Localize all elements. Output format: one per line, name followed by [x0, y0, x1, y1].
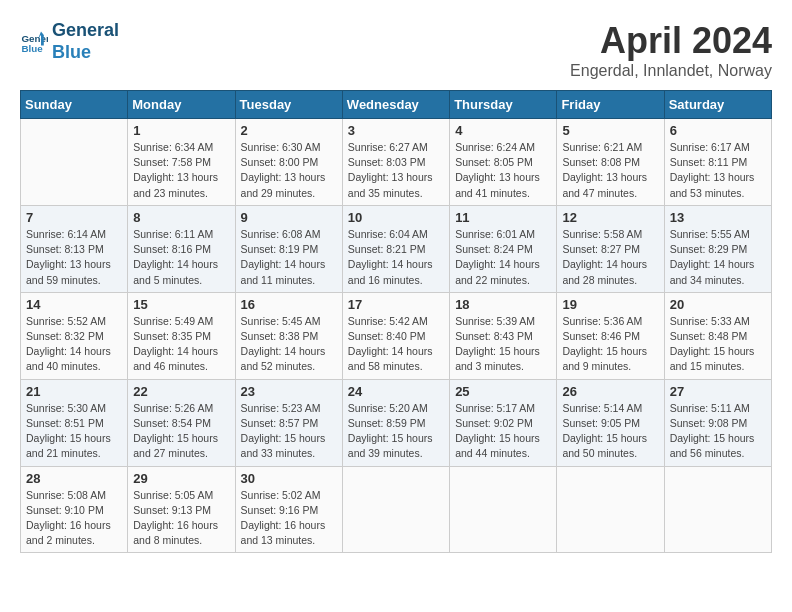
- month-title: April 2024: [570, 20, 772, 62]
- day-info: Sunrise: 5:20 AMSunset: 8:59 PMDaylight:…: [348, 401, 444, 462]
- day-info: Sunrise: 5:49 AMSunset: 8:35 PMDaylight:…: [133, 314, 229, 375]
- day-cell: 5Sunrise: 6:21 AMSunset: 8:08 PMDaylight…: [557, 119, 664, 206]
- day-cell: 13Sunrise: 5:55 AMSunset: 8:29 PMDayligh…: [664, 205, 771, 292]
- day-cell: 12Sunrise: 5:58 AMSunset: 8:27 PMDayligh…: [557, 205, 664, 292]
- day-cell: 29Sunrise: 5:05 AMSunset: 9:13 PMDayligh…: [128, 466, 235, 553]
- week-row-3: 14Sunrise: 5:52 AMSunset: 8:32 PMDayligh…: [21, 292, 772, 379]
- day-info: Sunrise: 5:26 AMSunset: 8:54 PMDaylight:…: [133, 401, 229, 462]
- logo-line1: General: [52, 20, 119, 40]
- day-info: Sunrise: 6:01 AMSunset: 8:24 PMDaylight:…: [455, 227, 551, 288]
- title-block: April 2024 Engerdal, Innlandet, Norway: [570, 20, 772, 80]
- logo-line2: Blue: [52, 42, 91, 62]
- day-number: 9: [241, 210, 337, 225]
- week-row-4: 21Sunrise: 5:30 AMSunset: 8:51 PMDayligh…: [21, 379, 772, 466]
- day-number: 26: [562, 384, 658, 399]
- weekday-header-sunday: Sunday: [21, 91, 128, 119]
- day-info: Sunrise: 6:24 AMSunset: 8:05 PMDaylight:…: [455, 140, 551, 201]
- day-cell: 23Sunrise: 5:23 AMSunset: 8:57 PMDayligh…: [235, 379, 342, 466]
- day-cell: [450, 466, 557, 553]
- day-info: Sunrise: 5:52 AMSunset: 8:32 PMDaylight:…: [26, 314, 122, 375]
- day-info: Sunrise: 5:39 AMSunset: 8:43 PMDaylight:…: [455, 314, 551, 375]
- day-info: Sunrise: 6:14 AMSunset: 8:13 PMDaylight:…: [26, 227, 122, 288]
- day-number: 28: [26, 471, 122, 486]
- day-info: Sunrise: 5:05 AMSunset: 9:13 PMDaylight:…: [133, 488, 229, 549]
- day-number: 3: [348, 123, 444, 138]
- day-number: 22: [133, 384, 229, 399]
- day-cell: 25Sunrise: 5:17 AMSunset: 9:02 PMDayligh…: [450, 379, 557, 466]
- location-subtitle: Engerdal, Innlandet, Norway: [570, 62, 772, 80]
- day-number: 14: [26, 297, 122, 312]
- day-info: Sunrise: 5:33 AMSunset: 8:48 PMDaylight:…: [670, 314, 766, 375]
- day-cell: 7Sunrise: 6:14 AMSunset: 8:13 PMDaylight…: [21, 205, 128, 292]
- day-info: Sunrise: 6:11 AMSunset: 8:16 PMDaylight:…: [133, 227, 229, 288]
- day-cell: 1Sunrise: 6:34 AMSunset: 7:58 PMDaylight…: [128, 119, 235, 206]
- day-info: Sunrise: 5:55 AMSunset: 8:29 PMDaylight:…: [670, 227, 766, 288]
- day-number: 11: [455, 210, 551, 225]
- day-number: 8: [133, 210, 229, 225]
- day-info: Sunrise: 6:08 AMSunset: 8:19 PMDaylight:…: [241, 227, 337, 288]
- logo: General Blue General Blue: [20, 20, 119, 63]
- day-cell: 16Sunrise: 5:45 AMSunset: 8:38 PMDayligh…: [235, 292, 342, 379]
- day-number: 4: [455, 123, 551, 138]
- day-number: 24: [348, 384, 444, 399]
- weekday-header-saturday: Saturday: [664, 91, 771, 119]
- week-row-5: 28Sunrise: 5:08 AMSunset: 9:10 PMDayligh…: [21, 466, 772, 553]
- day-number: 23: [241, 384, 337, 399]
- day-info: Sunrise: 5:45 AMSunset: 8:38 PMDaylight:…: [241, 314, 337, 375]
- day-number: 7: [26, 210, 122, 225]
- day-cell: 20Sunrise: 5:33 AMSunset: 8:48 PMDayligh…: [664, 292, 771, 379]
- day-cell: [342, 466, 449, 553]
- day-number: 2: [241, 123, 337, 138]
- day-cell: 15Sunrise: 5:49 AMSunset: 8:35 PMDayligh…: [128, 292, 235, 379]
- day-cell: 2Sunrise: 6:30 AMSunset: 8:00 PMDaylight…: [235, 119, 342, 206]
- day-number: 25: [455, 384, 551, 399]
- day-number: 21: [26, 384, 122, 399]
- day-info: Sunrise: 5:11 AMSunset: 9:08 PMDaylight:…: [670, 401, 766, 462]
- day-info: Sunrise: 5:08 AMSunset: 9:10 PMDaylight:…: [26, 488, 122, 549]
- day-cell: 26Sunrise: 5:14 AMSunset: 9:05 PMDayligh…: [557, 379, 664, 466]
- day-cell: 17Sunrise: 5:42 AMSunset: 8:40 PMDayligh…: [342, 292, 449, 379]
- day-info: Sunrise: 5:23 AMSunset: 8:57 PMDaylight:…: [241, 401, 337, 462]
- day-info: Sunrise: 6:21 AMSunset: 8:08 PMDaylight:…: [562, 140, 658, 201]
- day-cell: 3Sunrise: 6:27 AMSunset: 8:03 PMDaylight…: [342, 119, 449, 206]
- day-number: 30: [241, 471, 337, 486]
- day-cell: 24Sunrise: 5:20 AMSunset: 8:59 PMDayligh…: [342, 379, 449, 466]
- day-cell: 4Sunrise: 6:24 AMSunset: 8:05 PMDaylight…: [450, 119, 557, 206]
- day-info: Sunrise: 5:30 AMSunset: 8:51 PMDaylight:…: [26, 401, 122, 462]
- day-cell: 9Sunrise: 6:08 AMSunset: 8:19 PMDaylight…: [235, 205, 342, 292]
- day-cell: [557, 466, 664, 553]
- day-number: 29: [133, 471, 229, 486]
- calendar-table: SundayMondayTuesdayWednesdayThursdayFrid…: [20, 90, 772, 553]
- day-cell: 27Sunrise: 5:11 AMSunset: 9:08 PMDayligh…: [664, 379, 771, 466]
- day-cell: 10Sunrise: 6:04 AMSunset: 8:21 PMDayligh…: [342, 205, 449, 292]
- weekday-header-wednesday: Wednesday: [342, 91, 449, 119]
- weekday-header-thursday: Thursday: [450, 91, 557, 119]
- week-row-2: 7Sunrise: 6:14 AMSunset: 8:13 PMDaylight…: [21, 205, 772, 292]
- day-number: 12: [562, 210, 658, 225]
- day-cell: 6Sunrise: 6:17 AMSunset: 8:11 PMDaylight…: [664, 119, 771, 206]
- day-number: 18: [455, 297, 551, 312]
- day-info: Sunrise: 6:30 AMSunset: 8:00 PMDaylight:…: [241, 140, 337, 201]
- weekday-header-monday: Monday: [128, 91, 235, 119]
- day-number: 17: [348, 297, 444, 312]
- week-row-1: 1Sunrise: 6:34 AMSunset: 7:58 PMDaylight…: [21, 119, 772, 206]
- day-cell: 18Sunrise: 5:39 AMSunset: 8:43 PMDayligh…: [450, 292, 557, 379]
- svg-text:Blue: Blue: [21, 42, 43, 53]
- day-number: 13: [670, 210, 766, 225]
- day-cell: 21Sunrise: 5:30 AMSunset: 8:51 PMDayligh…: [21, 379, 128, 466]
- day-cell: 19Sunrise: 5:36 AMSunset: 8:46 PMDayligh…: [557, 292, 664, 379]
- day-info: Sunrise: 6:34 AMSunset: 7:58 PMDaylight:…: [133, 140, 229, 201]
- day-cell: 11Sunrise: 6:01 AMSunset: 8:24 PMDayligh…: [450, 205, 557, 292]
- day-number: 27: [670, 384, 766, 399]
- day-info: Sunrise: 5:14 AMSunset: 9:05 PMDaylight:…: [562, 401, 658, 462]
- weekday-header-tuesday: Tuesday: [235, 91, 342, 119]
- day-number: 19: [562, 297, 658, 312]
- day-info: Sunrise: 6:17 AMSunset: 8:11 PMDaylight:…: [670, 140, 766, 201]
- page-header: General Blue General Blue April 2024 Eng…: [20, 20, 772, 80]
- weekday-header-friday: Friday: [557, 91, 664, 119]
- day-info: Sunrise: 5:58 AMSunset: 8:27 PMDaylight:…: [562, 227, 658, 288]
- day-info: Sunrise: 6:04 AMSunset: 8:21 PMDaylight:…: [348, 227, 444, 288]
- day-number: 20: [670, 297, 766, 312]
- weekday-header-row: SundayMondayTuesdayWednesdayThursdayFrid…: [21, 91, 772, 119]
- day-cell: [21, 119, 128, 206]
